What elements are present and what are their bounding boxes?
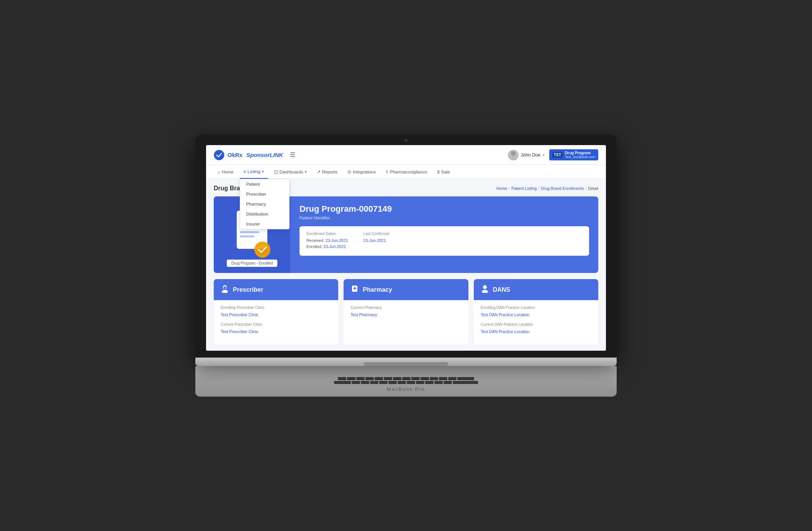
program-email: Test_test@test.com [565,155,595,159]
logo-icon [214,150,224,160]
dans-card: DANS Enrolling DAN Practice Location Tes… [474,279,598,345]
breadcrumb-sep-2: / [538,186,539,191]
pharmacy-field-0-value[interactable]: Test Pharmacy [350,312,377,317]
dans-card-header: DANS [474,279,598,300]
nav-listing-label: Listing [247,169,260,174]
dans-field-0-value[interactable]: Test DAN Practice Location [481,312,530,317]
keyboard-row-2 [216,381,596,384]
breadcrumb: Home / Patient Listing / Drug Brand Enro… [496,186,598,191]
svg-point-0 [214,150,224,160]
dashboards-dropdown-arrow [305,170,307,174]
key [398,381,406,384]
prescriber-card: Prescriber Enrolling Prescriber Clinic T… [214,279,338,345]
app-logo: OkRx SponsorLINK ☰ [214,150,295,160]
logo-text-brand: SponsorLINK [246,152,283,158]
dropdown-pharmacy[interactable]: Pharmacy [240,199,289,209]
prescriber-field-1-value[interactable]: Test Prescriber Clinic [221,329,259,334]
enrolled-value: 23-Jun-2021 [323,244,346,249]
key [416,381,424,384]
key [439,377,447,380]
key [379,381,388,384]
reports-icon: ↗ [317,169,321,175]
nav-dashboards-label: Dashboards [280,170,303,174]
breadcrumb-patient-listing[interactable]: Patient Listing [511,186,537,191]
enrolled-label-text: Enrolled: [306,244,322,249]
dans-field-1-label: Current DAN Practice Location [481,322,591,327]
dans-field-0-label: Enrolling DAN Practice Location [481,306,591,310]
program-badge-tst: TST [552,152,563,158]
enrollment-dates-card: Enrollment Dates Received: 23-Jun-2021 E… [300,226,589,256]
nav-pharmacovigilance-label: Pharmacovigilance [390,170,427,174]
dans-field-1-value[interactable]: Test DAN Practice Location [481,329,530,334]
laptop-container: OkRx SponsorLINK ☰ John Doe ▾ [195,134,617,397]
pharmacovigilance-icon: ⚕ [386,169,388,175]
dashboards-icon: ◫ [274,169,278,175]
key [361,381,369,384]
key [453,381,478,384]
home-icon: ⌂ [218,170,220,174]
dropdown-patient[interactable]: Patient [240,179,289,189]
nav-sale-label: Sale [441,170,450,174]
nav-reports[interactable]: ↗ Reports [313,165,341,179]
enrollment-dates-header: Enrollment Dates [306,232,348,236]
listing-dropdown-arrow [262,170,264,173]
hamburger-menu[interactable]: ☰ [290,151,295,158]
laptop-keyboard: MacBook Pro [195,366,617,397]
enrollment-id: Drug Program-0007149 [300,204,589,214]
program-badge-info: Drug Program Test_test@test.com [565,151,595,159]
key [411,377,420,380]
last-confirmed-item: 23-Jun-2021 [363,238,390,243]
listing-dropdown: Patient Prescriber Pharmacy Distribution… [240,179,290,229]
integrations-icon: ⊙ [347,169,351,175]
dropdown-distribution[interactable]: Distribution [240,209,289,219]
svg-point-1 [511,151,516,156]
nav-dashboards[interactable]: ◫ Dashboards [270,165,311,179]
nav-home-label: Home [222,170,234,174]
user-dropdown-arrow[interactable]: ▾ [543,153,545,157]
last-confirmed-header: Last Confirmed [363,232,390,236]
prescriber-field-0-value[interactable]: Test Prescriber Clinic [221,312,259,317]
key [365,377,374,380]
svg-point-6 [222,290,228,293]
dans-card-body: Enrolling DAN Practice Location Test DAN… [474,300,598,345]
breadcrumb-sep-3: / [585,186,586,191]
nav-integrations[interactable]: ⊙ Integrations [344,165,380,179]
app-header: OkRx SponsorLINK ☰ John Doe ▾ [206,145,606,165]
dropdown-insurer[interactable]: Insurer [240,219,289,229]
doc-line-6 [240,235,254,237]
key [370,381,378,384]
patient-identifier-label: Patient Identifier [300,216,589,220]
svg-point-3 [254,242,270,258]
received-value: 23-Jun-2021 [326,238,348,243]
program-badge[interactable]: TST Drug Program Test_test@test.com [549,149,598,160]
last-confirmed-group: Last Confirmed 23-Jun-2021 [363,232,390,250]
prescriber-field-1: Current Prescriber Clinic Test Prescribe… [221,322,331,335]
pharmacy-field-0: Current Pharmacy Test Pharmacy [350,306,461,318]
enrolled-date-item: Enrolled: 23-Jun-2021 [306,244,348,249]
breadcrumb-sep-1: / [509,186,510,191]
enrolled-badge: Drug Program - Enrolled [227,260,277,267]
prescriber-field-1-label: Current Prescriber Clinic [221,322,331,327]
user-avatar [508,150,519,160]
nav-integrations-label: Integrations [353,170,376,174]
check-badge-icon [254,241,271,258]
received-label: Received: [306,238,324,243]
svg-rect-8 [223,287,226,288]
dans-field-1: Current DAN Practice Location Test DAN P… [481,322,591,335]
breadcrumb-enrollments[interactable]: Drug Brand Enrollments [541,186,584,191]
keyboard-row-1 [216,377,596,380]
pharmacy-card-body: Current Pharmacy Test Pharmacy [344,300,468,328]
user-info[interactable]: John Doe ▾ [508,150,545,160]
prescriber-card-header: Prescriber [214,279,338,300]
dropdown-prescriber[interactable]: Prescriber [240,189,289,199]
nav-listing[interactable]: ≡ Listing Patient Prescriber Pharmacy Di… [240,165,268,179]
nav-home[interactable]: ⌂ Home [214,165,237,179]
nav-pharmacovigilance[interactable]: ⚕ Pharmacovigilance [382,165,431,179]
breadcrumb-home[interactable]: Home [496,186,507,191]
enrollment-info: Drug Program-0007149 Patient Identifier … [290,196,598,273]
svg-point-2 [509,156,517,160]
logo-text-ok: OkRx [228,152,242,158]
key [457,377,474,380]
key [388,381,397,384]
nav-sale[interactable]: $ Sale [433,165,453,179]
